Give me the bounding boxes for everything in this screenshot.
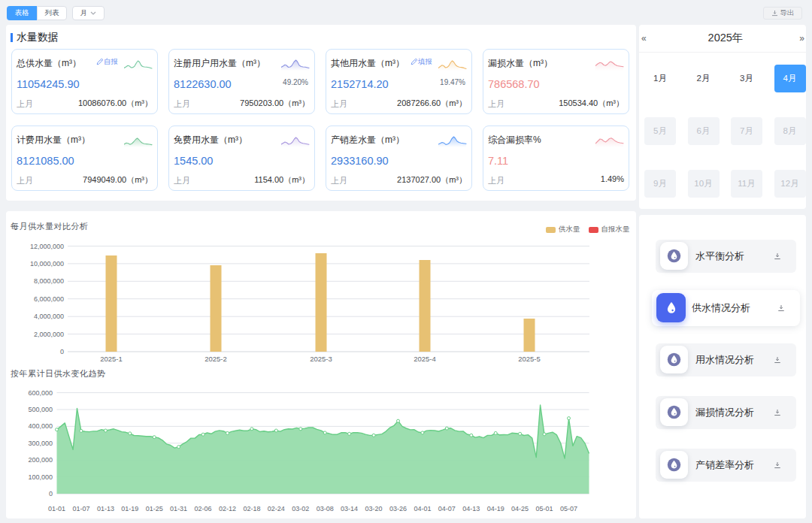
svg-text:200,000: 200,000 <box>28 456 53 464</box>
svg-text:03-14: 03-14 <box>341 505 358 512</box>
svg-text:2025-1: 2025-1 <box>100 355 123 363</box>
svg-text:12,000,000: 12,000,000 <box>30 243 64 250</box>
svg-text:0: 0 <box>60 348 64 355</box>
svg-text:03-02: 03-02 <box>292 505 309 512</box>
svg-text:600,000: 600,000 <box>28 389 53 397</box>
svg-text:2025-3: 2025-3 <box>310 355 332 363</box>
svg-text:01-31: 01-31 <box>170 505 187 512</box>
svg-text:01-01: 01-01 <box>48 505 65 512</box>
svg-text:400,000: 400,000 <box>28 422 53 430</box>
svg-text:02-06: 02-06 <box>195 505 212 512</box>
svg-text:05-07: 05-07 <box>560 505 577 512</box>
svg-text:03-20: 03-20 <box>365 505 383 512</box>
svg-text:10,000,000: 10,000,000 <box>30 260 64 268</box>
svg-text:04-13: 04-13 <box>462 505 480 512</box>
svg-text:05-01: 05-01 <box>535 505 553 512</box>
svg-text:01-13: 01-13 <box>97 505 114 512</box>
svg-text:0: 0 <box>49 490 53 497</box>
svg-text:02-18: 02-18 <box>243 505 260 512</box>
svg-text:02-12: 02-12 <box>219 505 236 512</box>
svg-text:02-24: 02-24 <box>268 505 285 512</box>
svg-text:500,000: 500,000 <box>28 406 53 413</box>
svg-text:2025-4: 2025-4 <box>414 355 436 363</box>
svg-text:2,000,000: 2,000,000 <box>34 331 64 338</box>
svg-text:01-25: 01-25 <box>146 505 163 512</box>
svg-text:01-07: 01-07 <box>72 505 89 512</box>
svg-text:04-25: 04-25 <box>511 505 529 512</box>
svg-text:2025-2: 2025-2 <box>205 355 227 363</box>
svg-text:6,000,000: 6,000,000 <box>34 295 64 303</box>
svg-text:04-01: 04-01 <box>414 505 431 512</box>
svg-text:2025-5: 2025-5 <box>518 355 541 363</box>
svg-text:04-07: 04-07 <box>438 505 456 512</box>
svg-text:03-08: 03-08 <box>317 505 334 512</box>
svg-text:04-19: 04-19 <box>487 505 504 512</box>
svg-text:01-19: 01-19 <box>121 505 138 512</box>
svg-text:03-26: 03-26 <box>389 505 407 512</box>
svg-text:4,000,000: 4,000,000 <box>34 313 64 320</box>
svg-text:8,000,000: 8,000,000 <box>34 277 64 285</box>
svg-text:100,000: 100,000 <box>28 473 53 481</box>
svg-text:300,000: 300,000 <box>28 440 53 447</box>
